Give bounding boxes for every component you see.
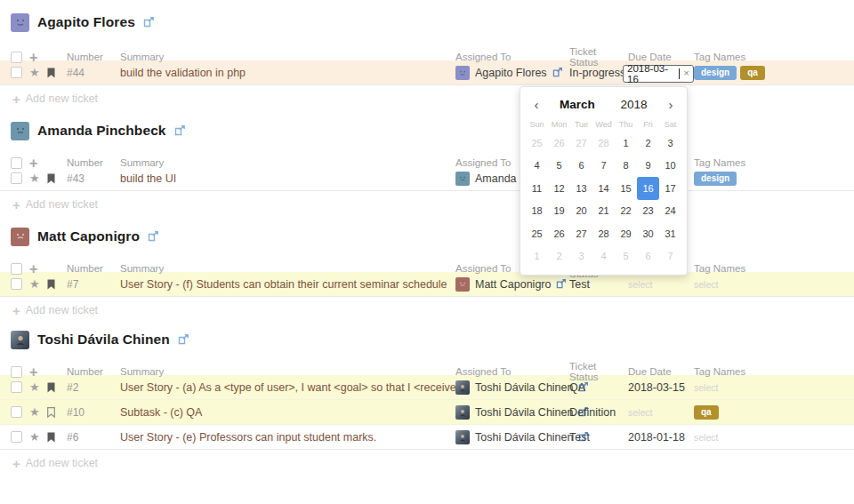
external-link-icon[interactable] xyxy=(143,17,155,28)
tag-badge[interactable]: qa xyxy=(694,405,719,420)
calendar-day[interactable]: 25 xyxy=(526,132,548,155)
assigned-to-cell[interactable]: Toshi Dávila Chinen xyxy=(455,405,569,420)
due-date-cell[interactable]: 2018-01-18 xyxy=(628,431,694,444)
add-new-ticket-button[interactable]: + Add new ticket xyxy=(12,456,854,470)
calendar-day[interactable]: 17 xyxy=(659,177,681,200)
assigned-to-cell[interactable]: Agapito Flores xyxy=(455,66,569,80)
row-checkbox[interactable] xyxy=(11,381,22,393)
calendar-day[interactable]: 4 xyxy=(526,155,548,178)
select-all-checkbox[interactable] xyxy=(11,366,22,378)
ticket-status-cell[interactable]: In-progress xyxy=(569,67,628,79)
plus-icon[interactable]: + xyxy=(29,52,37,63)
calendar-day[interactable]: 22 xyxy=(615,200,637,223)
external-link-icon[interactable] xyxy=(174,125,186,136)
calendar-day[interactable]: 7 xyxy=(592,155,615,178)
ticket-summary[interactable]: User Story - (f) Students can obtain the… xyxy=(120,278,455,291)
calendar-day[interactable]: 11 xyxy=(526,177,548,200)
bookmark-icon[interactable] xyxy=(47,279,55,290)
select-placeholder[interactable]: select xyxy=(628,279,652,290)
calendar-day[interactable]: 27 xyxy=(570,132,592,155)
select-placeholder[interactable]: select xyxy=(694,432,718,443)
row-checkbox[interactable] xyxy=(11,431,22,443)
row-checkbox[interactable] xyxy=(11,278,22,290)
calendar-day[interactable]: 31 xyxy=(659,222,681,245)
ticket-status-cell[interactable]: QA xyxy=(569,381,628,394)
chevron-right-icon[interactable]: › xyxy=(660,97,681,112)
row-checkbox[interactable] xyxy=(11,406,22,418)
plus-icon[interactable]: + xyxy=(29,263,37,275)
ticket-summary[interactable]: User Story - (e) Professors can input st… xyxy=(120,431,455,444)
clear-icon[interactable]: × xyxy=(683,68,689,79)
star-icon[interactable]: ★ xyxy=(29,67,40,78)
plus-icon[interactable]: + xyxy=(29,366,37,378)
calendar-day[interactable]: 24 xyxy=(659,200,681,223)
tag-badge[interactable]: qa xyxy=(740,66,765,80)
external-link-icon[interactable] xyxy=(178,334,189,345)
external-link-icon[interactable] xyxy=(148,231,159,242)
select-all-checkbox[interactable] xyxy=(11,52,22,63)
calendar-day[interactable]: 4 xyxy=(592,245,615,268)
row-checkbox[interactable] xyxy=(11,67,22,78)
calendar-day[interactable]: 3 xyxy=(659,132,681,155)
calendar-day[interactable]: 26 xyxy=(548,132,570,155)
external-link-icon[interactable] xyxy=(556,279,567,289)
plus-icon[interactable]: + xyxy=(29,157,37,169)
external-link-icon[interactable] xyxy=(552,68,563,77)
calendar-day[interactable]: 6 xyxy=(570,155,592,178)
tags-cell[interactable]: design qa xyxy=(694,66,854,80)
select-placeholder[interactable]: select xyxy=(694,382,718,393)
calendar-day[interactable]: 6 xyxy=(637,245,659,268)
bookmark-icon[interactable] xyxy=(47,432,55,443)
calendar-day[interactable]: 1 xyxy=(526,245,548,268)
calendar-day[interactable]: 5 xyxy=(548,155,570,178)
calendar-day[interactable]: 23 xyxy=(637,200,659,223)
calendar-day[interactable]: 3 xyxy=(570,245,592,268)
ticket-status-cell[interactable]: Test xyxy=(569,278,628,291)
calendar-day[interactable]: 28 xyxy=(592,132,615,155)
due-date-cell[interactable]: select xyxy=(628,278,694,291)
tags-cell[interactable]: select xyxy=(694,432,854,443)
calendar-day[interactable]: 25 xyxy=(526,222,548,245)
add-new-ticket-button[interactable]: + Add new ticket xyxy=(12,92,854,106)
ticket-summary[interactable]: build the validation in php xyxy=(120,67,455,79)
assigned-to-cell[interactable]: Matt Caponigro xyxy=(455,277,569,292)
chevron-left-icon[interactable]: ‹ xyxy=(526,97,547,112)
calendar-day[interactable]: 19 xyxy=(548,200,570,223)
due-date-cell[interactable]: 2018-03-15 xyxy=(628,381,694,394)
bookmark-icon[interactable] xyxy=(47,68,55,78)
tags-cell[interactable]: design xyxy=(694,172,854,186)
row-checkbox[interactable] xyxy=(11,172,22,184)
calendar-day[interactable]: 14 xyxy=(592,177,615,200)
calendar-day[interactable]: 10 xyxy=(659,155,681,178)
calendar-day[interactable]: 18 xyxy=(526,200,548,223)
calendar-day[interactable]: 2 xyxy=(548,245,570,268)
calendar-day[interactable]: 15 xyxy=(615,177,637,200)
select-placeholder[interactable]: select xyxy=(694,279,718,290)
calendar-day[interactable]: 9 xyxy=(637,155,659,178)
assigned-to-cell[interactable]: Toshi Dávila Chinen xyxy=(455,430,569,444)
calendar-day[interactable]: 30 xyxy=(637,222,659,245)
ticket-status-cell[interactable]: Test xyxy=(569,431,628,444)
calendar-day[interactable]: 2 xyxy=(637,132,659,155)
ticket-summary[interactable]: Subtask - (c) QA xyxy=(120,406,455,419)
calendar-day[interactable]: 29 xyxy=(615,222,637,245)
add-new-ticket-button[interactable]: + Add new ticket xyxy=(12,303,854,317)
due-date-cell[interactable]: 2018-03-16 × xyxy=(628,62,694,83)
star-icon[interactable]: ★ xyxy=(29,172,40,184)
calendar-day[interactable]: 5 xyxy=(615,245,637,268)
calendar-day[interactable]: 12 xyxy=(548,177,570,200)
select-placeholder[interactable]: select xyxy=(628,407,652,418)
select-all-checkbox[interactable] xyxy=(11,263,22,275)
tags-cell[interactable]: qa xyxy=(694,405,854,420)
calendar-day[interactable]: 20 xyxy=(570,200,592,223)
select-all-checkbox[interactable] xyxy=(11,157,22,169)
star-icon[interactable]: ★ xyxy=(29,406,40,418)
due-date-cell[interactable]: select xyxy=(628,406,694,419)
calendar-day[interactable]: 27 xyxy=(570,222,592,245)
calendar-day[interactable]: 26 xyxy=(548,222,570,245)
calendar-day[interactable]: 21 xyxy=(592,200,615,223)
ticket-summary[interactable]: User Story - (a) As a <type of user>, I … xyxy=(120,381,455,394)
calendar-day[interactable]: 7 xyxy=(659,245,681,268)
tag-badge[interactable]: design xyxy=(694,172,737,186)
ticket-summary[interactable]: build the UI xyxy=(120,172,455,185)
